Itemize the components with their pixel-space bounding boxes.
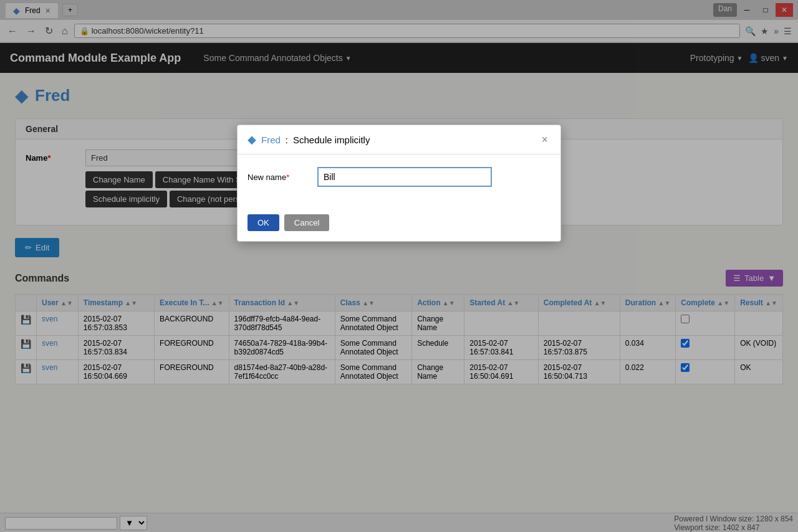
modal-body: New name*	[238, 154, 560, 209]
new-name-label: New name*	[248, 173, 310, 182]
modal-title-action: Schedule implicitly	[293, 135, 370, 145]
modal-title-link[interactable]: Fred	[261, 135, 281, 145]
modal-title-icon: ◆	[248, 133, 256, 146]
modal-dialog: ◆ Fred : Schedule implicitly × New name*…	[237, 125, 561, 242]
modal-close-btn[interactable]: ×	[539, 133, 550, 146]
modal-title: ◆ Fred : Schedule implicitly	[248, 133, 370, 146]
modal-title-separator: :	[286, 135, 288, 145]
modal-ok-btn[interactable]: OK	[248, 214, 279, 231]
new-name-input[interactable]	[317, 167, 492, 187]
modal-footer: OK Cancel	[238, 209, 560, 241]
modal-form-row: New name*	[248, 167, 550, 187]
modal-header: ◆ Fred : Schedule implicitly ×	[238, 125, 560, 154]
modal-cancel-btn[interactable]: Cancel	[284, 214, 329, 231]
new-name-required: *	[286, 173, 289, 182]
modal-overlay: ◆ Fred : Schedule implicitly × New name*…	[0, 0, 798, 532]
